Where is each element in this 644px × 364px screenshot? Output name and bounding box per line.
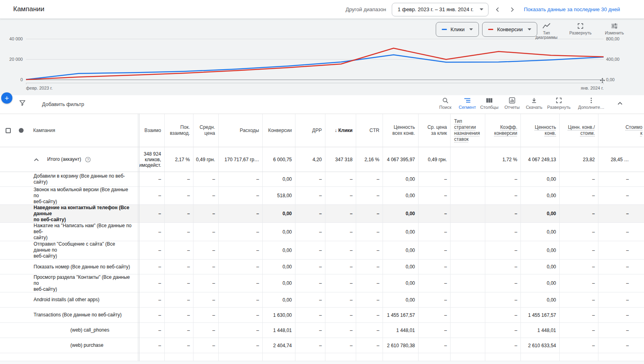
header-cell-8[interactable]: CTR — [356, 114, 383, 147]
cell: – — [218, 323, 262, 338]
cell: – — [485, 260, 520, 274]
pan-handle-icon[interactable] — [600, 77, 605, 84]
cell — [450, 353, 485, 361]
header-cell-4[interactable]: Расходы — [218, 114, 262, 147]
cell: – — [598, 223, 644, 241]
add-campaign-fab[interactable]: + — [1, 92, 12, 104]
segment-row: Нажатие на "Написать нам" (Все данные по… — [0, 223, 644, 241]
cell — [450, 172, 485, 186]
cell: – — [295, 274, 325, 292]
segment-label — [0, 353, 139, 361]
campaigns-page: Кампании Другой диапазон 1 февр. 2023 г.… — [0, 0, 644, 364]
cell: – — [559, 241, 598, 259]
chart-tool-2[interactable]: Изменить — [599, 23, 630, 40]
columns-icon — [486, 97, 492, 104]
cell — [139, 353, 164, 361]
toolbar-action-1[interactable]: Сегмент — [456, 97, 479, 110]
header-cell-5[interactable]: Конверсии — [262, 114, 295, 147]
cell: 170 717,67 гр… — [218, 147, 262, 172]
cell: 2 404,74 — [262, 338, 295, 353]
segment-label: Показать номер (Все данные по веб-сайту) — [0, 260, 139, 274]
column-header-label: ↓ Клики — [335, 128, 353, 134]
toolbar-action-4[interactable]: Скачать — [523, 97, 545, 110]
date-range-selector[interactable]: 1 февр. 2023 г. – 31 янв. 2024 г. — [392, 3, 489, 16]
toolbar-action-3[interactable]: Отчеты — [501, 97, 523, 110]
cell: 1 448,01 — [262, 323, 295, 338]
cell: 0,49 грн. — [418, 147, 450, 172]
cell: – — [418, 338, 450, 353]
header-cell-6[interactable]: ДРР — [295, 114, 325, 147]
cell: – — [218, 338, 262, 353]
cell: – — [295, 292, 325, 307]
cell: 2 610 780,38 — [383, 338, 418, 353]
show-last-30-days-link[interactable]: Показать данные за последние 30 дней — [524, 6, 620, 12]
cell: – — [218, 308, 262, 322]
cell: – — [139, 292, 164, 307]
series-color-dash-icon — [488, 29, 493, 30]
header-cell-15[interactable]: Стоимо к — [598, 114, 644, 147]
toolbar-action-2[interactable]: Столбцы — [478, 97, 500, 110]
cell: – — [325, 274, 356, 292]
cell: – — [325, 187, 356, 204]
cell: – — [193, 223, 218, 241]
header-cell-12[interactable]: Коэфф. конверсии — [485, 114, 520, 147]
help-icon[interactable]: ? — [85, 157, 91, 162]
status-dot-icon — [19, 128, 24, 133]
toolbar-action-5[interactable]: Развернуть — [548, 97, 570, 110]
collapse-panel-icon[interactable] — [617, 101, 623, 108]
header-cell-14[interactable]: Ценн. конв./ стоим. — [559, 114, 598, 147]
toolbar-action-label: Развернуть — [547, 105, 570, 110]
cell: – — [356, 292, 383, 307]
toolbar-action-label: Дополните… — [578, 105, 604, 110]
header-cell-10[interactable]: Ср. цена за клик — [418, 114, 450, 147]
filter-icon[interactable] — [19, 100, 26, 108]
cell — [356, 353, 383, 361]
performance-chart: 40 00020 0000 800,00400,000,00 февр. 202… — [0, 19, 644, 95]
cell: 0,00 — [262, 292, 295, 307]
header-cell-13[interactable]: Ценность конв. — [520, 114, 559, 147]
table-toolbar: Добавить фильтр ПоискСегментСтолбцыОтчет… — [0, 95, 644, 114]
expand-icon — [577, 23, 584, 29]
add-filter-button[interactable]: Добавить фильтр — [42, 101, 84, 107]
cell: – — [164, 338, 193, 353]
next-range-button[interactable] — [507, 4, 517, 15]
cell: – — [559, 223, 598, 241]
header-cell-2[interactable]: Пок. взаимод. — [164, 114, 193, 147]
cell: – — [295, 187, 325, 204]
column-header-label: CTR — [369, 128, 379, 134]
toolbar-action-0[interactable]: Поиск — [434, 97, 457, 110]
column-header-label: Взаимо — [144, 128, 161, 134]
toolbar-action-6[interactable]: Дополните… — [574, 97, 608, 110]
chart-tool-0[interactable]: Тип диаграммы — [531, 23, 562, 40]
metric-picker-label: Клики — [451, 26, 465, 32]
chart-type-icon — [542, 23, 550, 29]
cell: – — [418, 241, 450, 259]
segment-label: Наведение на контактный телефон (Все дан… — [0, 205, 139, 222]
chart-tool-1[interactable]: Развернуть — [565, 23, 596, 40]
cell: 6 000,75 — [262, 147, 295, 172]
table-header-row: КампанияВзаимоПок. взаимод.Средн. ценаРа… — [0, 114, 644, 147]
metric-picker-clicks[interactable]: Клики — [436, 22, 479, 37]
header-cell-7[interactable]: ↓ Клики — [325, 114, 356, 147]
cell: – — [295, 338, 325, 353]
cell: 0,00 — [262, 205, 295, 222]
select-all-checkbox[interactable] — [6, 128, 11, 133]
cell — [520, 353, 559, 361]
cell: – — [325, 323, 356, 338]
cell: – — [139, 274, 164, 292]
header-cell-11[interactable]: Тип стратегии назначения ставок — [450, 114, 485, 147]
collapse-segments-icon[interactable] — [34, 158, 39, 162]
column-header-label: Ценн. конв./ стоим. — [568, 124, 595, 136]
header-cell-3[interactable]: Средн. цена — [193, 114, 218, 147]
metric-picker-conversions[interactable]: Конверсии — [482, 22, 537, 37]
cell: – — [598, 187, 644, 204]
segment-row: Наведение на контактный телефон (Все дан… — [0, 205, 644, 223]
header-cell-9[interactable]: Ценность всех конв. — [383, 114, 418, 147]
header-cell-1[interactable]: Взаимо — [139, 114, 164, 147]
segment-label: (web) call_phones — [0, 323, 139, 338]
cell: 1,72 % — [485, 147, 520, 172]
cell: – — [418, 292, 450, 307]
cell — [262, 353, 295, 361]
cell: – — [295, 308, 325, 322]
previous-range-button[interactable] — [492, 4, 503, 15]
